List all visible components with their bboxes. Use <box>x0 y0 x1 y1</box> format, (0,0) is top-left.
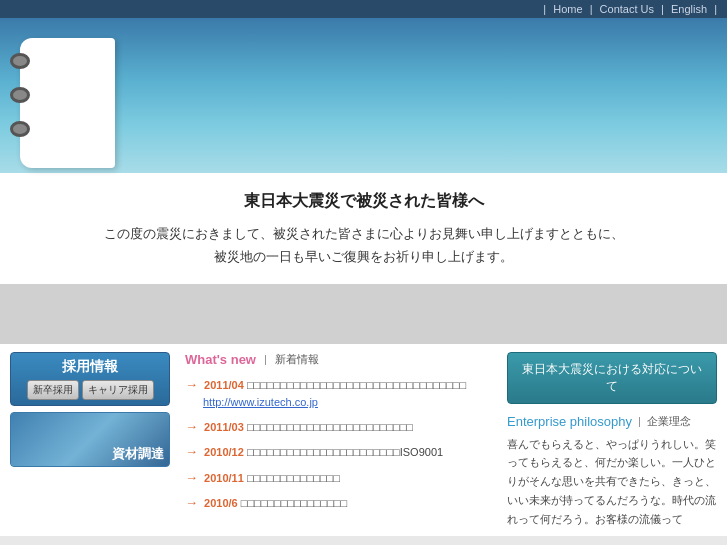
notebook-rings <box>10 53 30 137</box>
right-column: 東日本大震災における対応について Enterprise philosophy |… <box>502 352 722 528</box>
whats-new-label: What's new <box>185 352 256 367</box>
nav-english-link[interactable]: English <box>671 3 707 15</box>
news-date-1: 2011/04 <box>204 379 244 391</box>
ring-3 <box>10 121 30 137</box>
news-item-4: → 2010/11 □□□□□□□□□□□□□□ <box>185 468 492 488</box>
recruit-sub-buttons: 新卒採用 キャリア採用 <box>16 380 164 400</box>
recruit-box[interactable]: 採用情報 新卒採用 キャリア採用 <box>10 352 170 406</box>
news-date-3: 2010/12 <box>204 446 244 458</box>
philosophy-sub: 企業理念 <box>647 414 691 429</box>
gray-divider <box>0 284 727 344</box>
news-subtitle: 新着情報 <box>275 352 319 367</box>
ring-1 <box>10 53 30 69</box>
philosophy-text: 喜んでもらえると、やっぱりうれしい。笑ってもらえると、何だか楽しい。一人ひとりが… <box>507 435 717 528</box>
news-header: What's new | 新着情報 <box>185 352 492 367</box>
philosophy-header: Enterprise philosophy | 企業理念 <box>507 414 717 429</box>
nav-contact-link[interactable]: Contact Us <box>600 3 654 15</box>
news-arrow-3: → <box>185 444 198 459</box>
nav-separator-4: | <box>714 3 717 15</box>
philosophy-divider: | <box>638 415 641 427</box>
notebook-decoration <box>20 38 115 168</box>
news-item-1: → 2011/04 □□□□□□□□□□□□□□□□□□□□□□□□□□□□□□… <box>185 375 492 411</box>
left-sidebar: 採用情報 新卒採用 キャリア採用 資材調達 <box>5 352 175 528</box>
news-text-2: □□□□□□□□□□□□□□□□□□□□□□□□□ <box>247 421 413 433</box>
news-arrow-5: → <box>185 495 198 510</box>
news-arrow-1: → <box>185 377 198 392</box>
materials-box[interactable]: 資材調達 <box>10 412 170 467</box>
nav-separator-1: | <box>543 3 546 15</box>
news-item-2: → 2011/03 □□□□□□□□□□□□□□□□□□□□□□□□□ <box>185 417 492 437</box>
news-text-5: □□□□□□□□□□□□□□□□ <box>241 497 347 509</box>
news-column: What's new | 新着情報 → 2011/04 □□□□□□□□□□□□… <box>175 352 502 528</box>
news-date-2: 2011/03 <box>204 421 244 433</box>
materials-label: 資材調達 <box>112 445 164 463</box>
news-header-divider: | <box>264 353 267 365</box>
nav-separator-3: | <box>661 3 664 15</box>
news-arrow-4: → <box>185 470 198 485</box>
bottom-section: 採用情報 新卒採用 キャリア採用 資材調達 What's new | 新着情報 … <box>0 344 727 536</box>
news-arrow-2: → <box>185 419 198 434</box>
ring-2 <box>10 87 30 103</box>
earthquake-message: 東日本大震災で被災された皆様へ この度の震災におきまして、被災された皆さまに心よ… <box>0 173 727 284</box>
recruit-new-btn[interactable]: 新卒採用 <box>27 380 79 400</box>
philosophy-section: Enterprise philosophy | 企業理念 喜んでもらえると、やっ… <box>507 414 717 528</box>
nav-separator-2: | <box>590 3 593 15</box>
news-item-3: → 2010/12 □□□□□□□□□□□□□□□□□□□□□□□ISO9001 <box>185 442 492 462</box>
nav-home-link[interactable]: Home <box>553 3 582 15</box>
news-text-3: □□□□□□□□□□□□□□□□□□□□□□□ISO9001 <box>247 446 443 458</box>
top-nav: | Home | Contact Us | English | <box>0 0 727 18</box>
news-date-4: 2010/11 <box>204 472 244 484</box>
news-item-5: → 2010/6 □□□□□□□□□□□□□□□□ <box>185 493 492 513</box>
earthquake-title: 東日本大震災で被災された皆様へ <box>20 191 707 212</box>
news-text-4: □□□□□□□□□□□□□□ <box>247 472 340 484</box>
earthquake-line1: この度の震災におきまして、被災された皆さまに心よりお見舞い申し上げますとともに、 <box>20 222 707 245</box>
earthquake-line2: 被災地の一日も早いご復興をお祈り申し上げます。 <box>20 245 707 268</box>
news-text-1: □□□□□□□□□□□□□□□□□□□□□□□□□□□□□□□□□ <box>247 379 466 391</box>
header <box>0 18 727 173</box>
philosophy-label: Enterprise philosophy <box>507 414 632 429</box>
disaster-response-button[interactable]: 東日本大震災における対応について <box>507 352 717 404</box>
news-link-1[interactable]: http://www.izutech.co.jp <box>185 396 318 408</box>
news-date-5: 2010/6 <box>204 497 238 509</box>
recruit-career-btn[interactable]: キャリア採用 <box>82 380 154 400</box>
recruit-label: 採用情報 <box>16 358 164 376</box>
